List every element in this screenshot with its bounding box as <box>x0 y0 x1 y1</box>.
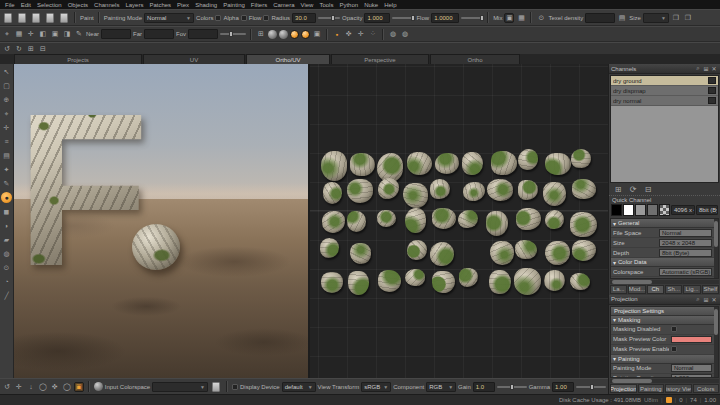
shadow-toggle-icon[interactable]: ▣ <box>312 29 322 39</box>
uv-patch[interactable] <box>377 210 397 227</box>
tool-marquee-select[interactable]: ▢ <box>1 80 12 91</box>
menu-help[interactable]: Help <box>381 2 399 8</box>
uv-patch[interactable] <box>458 210 477 228</box>
size-select[interactable]: ▼ <box>643 13 669 23</box>
gain-field[interactable]: 1.0 <box>473 382 495 392</box>
mix-toggle-icon[interactable]: ▣ <box>504 13 514 23</box>
tool-slice[interactable]: ╱ <box>1 290 12 301</box>
bake-icon[interactable]: ⊟ <box>38 44 48 54</box>
detach-icon[interactable]: ⊞ <box>702 295 710 303</box>
uv-patch[interactable] <box>321 272 344 293</box>
menu-nuke[interactable]: Nuke <box>361 2 381 8</box>
uv-patch[interactable] <box>544 270 565 292</box>
uv-patch[interactable] <box>405 269 425 286</box>
uv-patch[interactable] <box>570 212 597 237</box>
fov-field[interactable] <box>188 29 218 39</box>
uv-patch[interactable] <box>430 179 450 199</box>
mirror-left-icon[interactable]: ◧ <box>38 29 48 39</box>
tool-dodge[interactable]: ◔ <box>1 276 12 287</box>
painting-opacity-field[interactable]: 1.000 <box>671 374 712 378</box>
paint-target-icon[interactable]: ▣ <box>74 382 84 392</box>
color-data-section-header[interactable]: ▾ Color Data <box>611 258 714 267</box>
orbit-icon[interactable]: ◯ <box>62 382 72 392</box>
texel-density-field[interactable] <box>585 13 615 23</box>
tool-clone-stamp[interactable]: ◗ <box>1 220 12 231</box>
uv-patch[interactable] <box>321 151 347 181</box>
uv-patch[interactable] <box>432 271 455 293</box>
uv-patch[interactable] <box>323 182 343 204</box>
uv-patch[interactable] <box>435 153 459 174</box>
rock-period-model[interactable] <box>132 224 180 270</box>
projection-hscrollbar[interactable] <box>610 379 719 383</box>
menu-file[interactable]: File <box>2 2 18 8</box>
uv-patch[interactable] <box>407 152 432 175</box>
tab-ortho-uv[interactable]: Ortho/UV <box>246 54 330 64</box>
white-swatch[interactable] <box>623 204 634 216</box>
uv-patch[interactable] <box>570 273 590 291</box>
tool-smear[interactable]: ▰ <box>1 234 12 245</box>
tool-blur[interactable]: ◍ <box>1 248 12 259</box>
properties-scrollbar[interactable] <box>714 219 718 278</box>
symmetry-point-icon[interactable]: ▪ <box>332 29 342 39</box>
tool-move[interactable]: ✛ <box>1 122 12 133</box>
channel-row-dry-normal[interactable]: dry normal <box>611 96 718 106</box>
palette-tab-channels[interactable]: Ch <box>647 285 664 294</box>
tab-history-view[interactable]: History View <box>665 384 692 393</box>
undo-icon[interactable]: ↺ <box>2 44 12 54</box>
tool-select[interactable]: ↖ <box>1 66 12 77</box>
properties-hscrollbar[interactable] <box>610 280 719 284</box>
tool-paint[interactable]: ● <box>1 192 12 203</box>
black-swatch[interactable] <box>611 204 622 216</box>
tool-zoom[interactable]: ⌖ <box>1 108 12 119</box>
roll-icon[interactable]: ✜ <box>50 382 60 392</box>
menu-view[interactable]: View <box>298 2 317 8</box>
fov-slider[interactable] <box>220 33 246 35</box>
uv-patch[interactable] <box>407 240 427 261</box>
uv-patch[interactable] <box>572 240 596 261</box>
open-project-icon[interactable] <box>18 13 26 23</box>
tab-perspective[interactable]: Perspective <box>331 54 429 64</box>
sync-channel-icon[interactable]: ⟳ <box>627 184 639 196</box>
uv-patch[interactable] <box>543 182 566 206</box>
tool-eraser[interactable]: ◼ <box>1 206 12 217</box>
environment-lighting-icon[interactable] <box>301 30 310 39</box>
uv-patch[interactable] <box>491 151 518 175</box>
midgray-swatch[interactable] <box>647 204 658 216</box>
menu-ptex[interactable]: Ptex <box>174 2 192 8</box>
tab-colors[interactable]: Colors <box>693 384 720 393</box>
quick-depth-select[interactable]: 8bit (Byte)▼ <box>696 205 718 215</box>
opacity-field[interactable]: 1.000 <box>364 13 390 23</box>
rotate-icon[interactable]: ◯ <box>38 382 48 392</box>
copy-patch-icon[interactable]: ❐ <box>671 13 681 23</box>
uv-patch[interactable] <box>405 208 426 233</box>
resolution-icon[interactable]: ▤ <box>617 13 627 23</box>
uv-patch[interactable] <box>487 179 513 201</box>
texel-density-icon[interactable]: ⊙ <box>536 13 546 23</box>
tool-transform[interactable]: ⊕ <box>1 94 12 105</box>
mask-preview-color-swatch[interactable] <box>671 336 712 343</box>
symmetry-grid-icon[interactable]: ⁘ <box>368 29 378 39</box>
tool-warp[interactable]: ≡ <box>1 136 12 147</box>
uv-patch[interactable] <box>350 243 372 264</box>
near-field[interactable] <box>101 29 131 39</box>
uv-patch[interactable] <box>518 149 538 170</box>
close-icon[interactable]: ✕ <box>710 295 718 303</box>
camera-move-icon[interactable]: ✛ <box>26 29 36 39</box>
uv-patch[interactable] <box>514 268 541 295</box>
gain-slider[interactable] <box>497 386 527 388</box>
menu-painting[interactable]: Painting <box>220 2 248 8</box>
uv-patch[interactable] <box>518 180 539 200</box>
color-managed-checkbox[interactable] <box>232 384 238 390</box>
symmetry-y-icon[interactable]: ✛ <box>356 29 366 39</box>
palette-tab-shelf[interactable]: Shelf <box>702 285 719 294</box>
view-transform-select[interactable]: sRGB▼ <box>361 382 391 392</box>
uv-patch[interactable] <box>322 211 345 233</box>
file-space-select[interactable]: Normal <box>659 229 712 237</box>
gamma-field[interactable]: 1.00 <box>552 382 574 392</box>
rock-letter-f-model[interactable]: F <box>16 90 143 291</box>
uv-patch[interactable] <box>432 208 456 229</box>
uv-patch[interactable] <box>347 179 374 203</box>
add-channel-icon[interactable]: ⊞ <box>612 184 624 196</box>
flow-slider[interactable] <box>461 17 483 19</box>
search-icon[interactable]: ⌕ <box>694 295 702 303</box>
